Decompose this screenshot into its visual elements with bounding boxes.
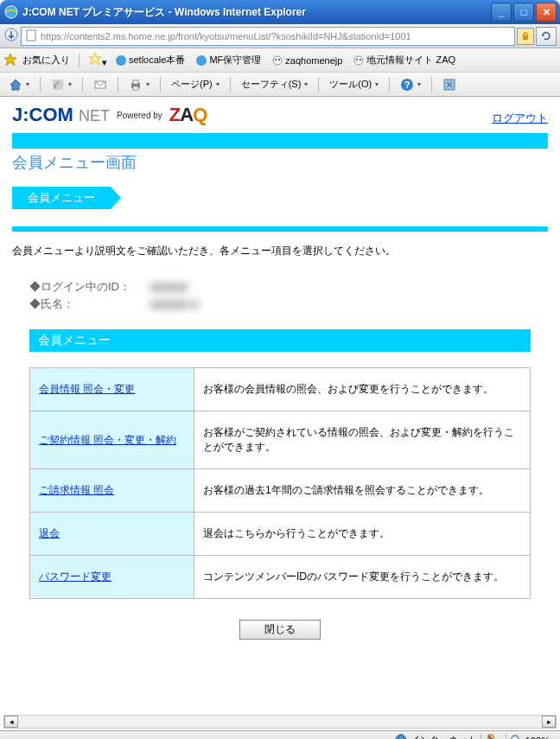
suggested-sites-icon[interactable]: ▾	[88, 52, 107, 68]
content-area: J:COM NET Powered by ZAQ ログアウト 会員メニュー画面 …	[0, 97, 560, 715]
menu-desc: コンテンツメンバーIDのパスワード変更を行うことができます。	[194, 556, 531, 599]
svg-point-9	[354, 56, 363, 65]
brand-logo: J:COM NET Powered by ZAQ	[12, 104, 207, 126]
menu-table: 会員情報 照会・変更 お客様の会員情報の照会、および変更を行うことができます。 …	[29, 367, 531, 599]
fav-item-3[interactable]: 地元情報サイト ZAQ	[350, 52, 458, 68]
breadcrumb-ribbon: 会員メニュー	[12, 187, 111, 209]
svg-point-7	[275, 59, 277, 61]
safety-menu[interactable]: セーフティ(S)	[238, 76, 312, 92]
separator	[82, 77, 83, 92]
ie-icon	[3, 4, 19, 20]
svg-rect-2	[27, 30, 35, 41]
minimize-button[interactable]: _	[491, 3, 512, 22]
header-bar	[12, 133, 548, 149]
menu-desc: お客様がご契約されている情報の照会、および変更・解約を行うことができます。	[194, 411, 531, 469]
address-input[interactable]: https://contents2.ms.home.ne.jp/front/ky…	[21, 27, 515, 46]
close-window-button[interactable]: ✕	[536, 3, 557, 22]
name-value: XXXXX X	[150, 298, 199, 311]
address-bar: https://contents2.ms.home.ne.jp/front/ky…	[0, 24, 560, 48]
instruction-text: 会員メニューより説明文をご確認いただき、各メニュー項目を選択してください。	[12, 244, 548, 258]
page-icon	[25, 29, 37, 43]
separator	[506, 734, 506, 740]
menu-link-withdraw[interactable]: 退会	[39, 527, 60, 539]
separator	[160, 77, 161, 92]
svg-point-21	[396, 735, 406, 740]
fav-item-0[interactable]: setlocale本番	[112, 52, 188, 68]
feeds-button[interactable]	[48, 76, 75, 93]
maximize-button[interactable]: □	[513, 3, 534, 22]
separator	[318, 77, 319, 92]
horizontal-scrollbar[interactable]: ◂ ▸	[3, 715, 557, 729]
zaq-logo: ZAQ	[169, 104, 207, 126]
separator	[431, 77, 432, 92]
home-button[interactable]	[5, 76, 33, 93]
svg-text:?: ?	[404, 80, 410, 90]
lock-icon[interactable]	[517, 28, 534, 45]
menu-desc: お客様の過去1年間のご請求情報を照会することができます。	[194, 469, 531, 513]
tools-menu[interactable]: ツール(O)	[326, 76, 382, 92]
svg-rect-3	[523, 35, 528, 40]
favorites-star-icon[interactable]	[3, 53, 17, 68]
scroll-left-button[interactable]: ◂	[4, 716, 18, 728]
svg-point-26	[512, 736, 519, 740]
svg-point-6	[273, 56, 282, 65]
svg-rect-17	[133, 86, 138, 90]
zoom-level[interactable]: 100%	[522, 736, 553, 740]
fav-item-1[interactable]: MF保守管理	[193, 52, 264, 68]
status-bar: インターネット ▾ 100% ▾	[0, 730, 560, 739]
mail-button[interactable]	[90, 76, 111, 93]
nav-dropdown-icon[interactable]	[3, 27, 19, 45]
zoom-icon[interactable]	[510, 734, 522, 740]
svg-point-4	[116, 55, 126, 66]
login-id-label: ◆ログイン中のID：	[29, 279, 150, 295]
table-row: パスワード変更 コンテンツメンバーIDのパスワード変更を行うことができます。	[30, 556, 531, 599]
print-button[interactable]	[125, 76, 153, 93]
svg-point-10	[356, 59, 358, 61]
divider	[12, 226, 548, 232]
name-label: ◆氏名：	[29, 296, 150, 312]
url-text: https://contents2.ms.home.ne.jp/front/ky…	[41, 31, 411, 41]
window-title: J:COM NET プレミアサービス - Windows Internet Ex…	[22, 5, 491, 20]
menu-link-contract-info[interactable]: ご契約情報 照会・変更・解約	[39, 434, 176, 446]
refresh-button[interactable]	[536, 27, 557, 46]
page-title: 会員メニュー画面	[12, 150, 548, 180]
menu-desc: 退会はこちらから行うことができます。	[194, 513, 531, 556]
globe-icon	[395, 734, 407, 740]
logout-link[interactable]: ログアウト	[492, 111, 548, 126]
svg-point-8	[278, 59, 280, 61]
separator	[79, 54, 80, 67]
scroll-right-button[interactable]: ▸	[542, 716, 556, 728]
favorites-bar: お気に入り ▾ setlocale本番 MF保守管理 zaqhomenejp 地…	[0, 48, 560, 73]
page-menu[interactable]: ページ(P)	[168, 76, 223, 92]
login-id-value: XXXXX	[150, 281, 188, 294]
separator	[389, 77, 390, 92]
table-row: ご契約情報 照会・変更・解約 お客様がご契約されている情報の照会、および変更・解…	[30, 411, 531, 469]
user-info-block: ◆ログイン中のID： XXXXX ◆氏名： XXXXX X	[29, 279, 531, 312]
menu-heading: 会員メニュー	[29, 329, 531, 352]
table-row: 会員情報 照会・変更 お客様の会員情報の照会、および変更を行うことができます。	[30, 368, 531, 411]
svg-rect-12	[53, 80, 63, 90]
svg-point-11	[360, 59, 361, 61]
command-bar: ページ(P) セーフティ(S) ツール(O) ?	[0, 73, 560, 97]
menu-link-billing-info[interactable]: ご請求情報 照会	[39, 484, 114, 496]
menu-desc: お客様の会員情報の照会、および変更を行うことができます。	[194, 368, 531, 411]
help-button[interactable]: ?	[397, 76, 424, 93]
svg-point-5	[196, 55, 207, 66]
favorites-label[interactable]: お気に入り	[22, 54, 70, 67]
window-titlebar: J:COM NET プレミアサービス - Windows Internet Ex…	[0, 0, 560, 24]
separator	[230, 77, 231, 92]
menu-link-member-info[interactable]: 会員情報 照会・変更	[39, 383, 135, 395]
separator	[118, 77, 118, 92]
protected-mode-icon[interactable]: ▾	[485, 733, 502, 739]
svg-rect-16	[133, 80, 138, 84]
close-button[interactable]: 閉じる	[239, 620, 321, 640]
table-row: 退会 退会はこちらから行うことができます。	[30, 513, 531, 556]
separator	[40, 77, 41, 92]
fav-item-2[interactable]: zaqhomenejp	[269, 53, 345, 68]
zone-text: インターネット	[410, 734, 477, 739]
svg-point-13	[54, 86, 56, 88]
table-row: ご請求情報 照会 お客様の過去1年間のご請求情報を照会することができます。	[30, 469, 531, 513]
separator	[480, 734, 481, 740]
menu-link-password[interactable]: パスワード変更	[39, 570, 111, 583]
devtools-button[interactable]	[439, 76, 460, 93]
